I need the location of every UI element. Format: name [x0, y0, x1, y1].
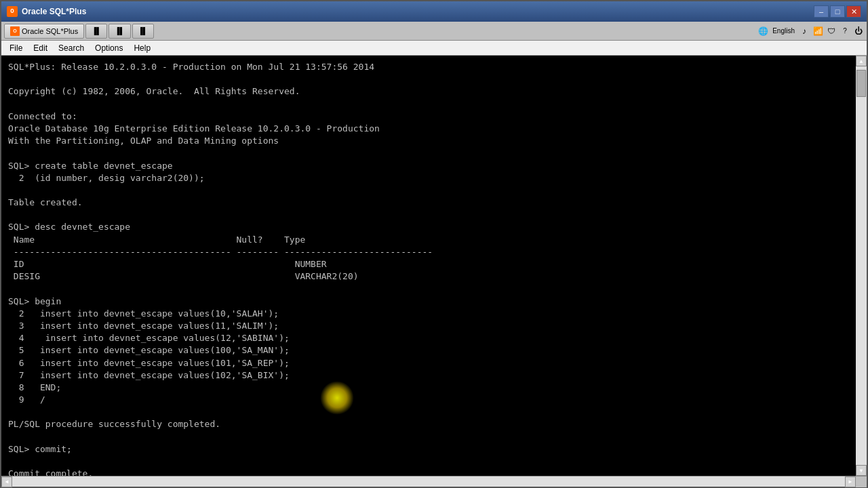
- system-tray: 🌐 English ♪ 📶 🛡 ? ⏻: [757, 26, 864, 37]
- scroll-thumb[interactable]: [856, 70, 866, 97]
- menu-help[interactable]: Help: [128, 42, 156, 54]
- taskbar-sqlplus[interactable]: O Oracle SQL*Plus: [4, 24, 84, 39]
- resize-grip: [856, 476, 867, 487]
- taskbar-app-icon: O: [10, 26, 20, 36]
- close-button[interactable]: ✕: [846, 5, 861, 18]
- terminal-container: SQL*Plus: Release 10.2.0.3.0 - Productio…: [1, 56, 867, 476]
- security-icon[interactable]: 🛡: [826, 26, 837, 37]
- app-icon: O: [7, 6, 18, 17]
- terminal[interactable]: SQL*Plus: Release 10.2.0.3.0 - Productio…: [1, 56, 856, 476]
- scroll-right-button[interactable]: ▶: [845, 476, 856, 487]
- network-icon[interactable]: 🌐: [757, 26, 768, 37]
- power-icon[interactable]: ⏻: [853, 26, 864, 37]
- menu-edit[interactable]: Edit: [28, 42, 53, 54]
- taskbar-area: O Oracle SQL*Plus ▐▌ ▐▌ ▐▌ 🌐 English ♪ 📶…: [1, 22, 867, 41]
- taskbar-item-label: Oracle SQL*Plus: [22, 27, 78, 35]
- vertical-scrollbar[interactable]: ▲ ▼: [856, 56, 867, 476]
- taskbar-item-4[interactable]: ▐▌: [132, 24, 154, 39]
- menu-file[interactable]: File: [4, 42, 28, 54]
- menu-search[interactable]: Search: [53, 42, 90, 54]
- scroll-down-button[interactable]: ▼: [856, 465, 867, 476]
- menu-bar: File Edit Search Options Help: [1, 41, 867, 56]
- maximize-button[interactable]: □: [830, 5, 845, 18]
- horizontal-scrollbar[interactable]: ◀ ▶: [1, 476, 867, 487]
- taskbar-item-3[interactable]: ▐▌: [108, 24, 130, 39]
- terminal-output: SQL*Plus: Release 10.2.0.3.0 - Productio…: [8, 61, 849, 476]
- scroll-up-button[interactable]: ▲: [856, 56, 867, 66]
- minimize-button[interactable]: –: [814, 5, 829, 18]
- title-bar-buttons: – □ ✕: [814, 5, 861, 18]
- scroll-track[interactable]: [856, 66, 867, 465]
- terminal-wrapper: SQL*Plus: Release 10.2.0.3.0 - Productio…: [1, 56, 856, 476]
- window-frame: O Oracle SQL*Plus – □ ✕ O Oracle SQL*Plu…: [0, 0, 868, 488]
- network2-icon[interactable]: 📶: [812, 26, 823, 37]
- menu-options[interactable]: Options: [90, 42, 128, 54]
- volume-icon[interactable]: ♪: [799, 26, 810, 37]
- help-icon[interactable]: ?: [840, 26, 850, 37]
- title-bar-left: O Oracle SQL*Plus: [7, 6, 86, 17]
- title-bar: O Oracle SQL*Plus – □ ✕: [1, 1, 867, 22]
- language-icon[interactable]: English: [771, 26, 796, 37]
- taskbar-item-2[interactable]: ▐▌: [85, 24, 107, 39]
- h-scroll-track[interactable]: [12, 476, 845, 487]
- window-title: Oracle SQL*Plus: [22, 7, 86, 16]
- scroll-left-button[interactable]: ◀: [1, 476, 12, 487]
